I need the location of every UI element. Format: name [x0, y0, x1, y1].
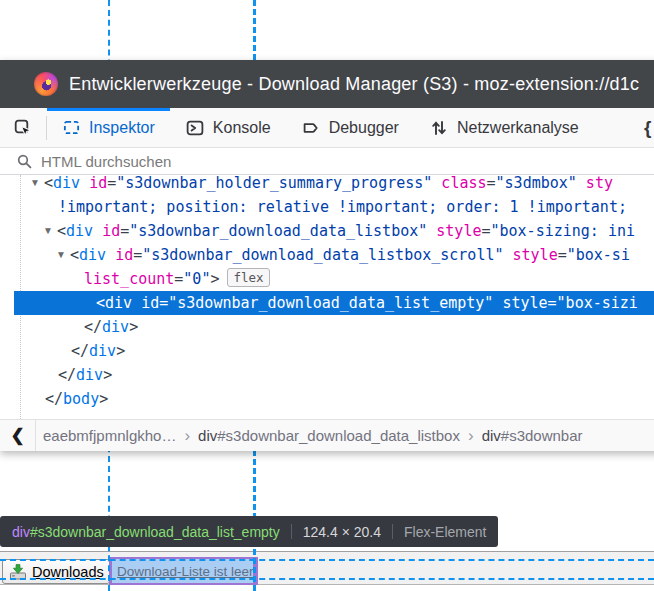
code-token: </: [71, 342, 89, 360]
code-token: body: [63, 390, 99, 408]
code-token: [432, 175, 441, 192]
code-token: =: [548, 294, 557, 312]
code-token: >: [210, 270, 219, 288]
code-token: [503, 246, 512, 264]
code-token: "0": [183, 270, 210, 288]
code-token: !important; position: relative !importan…: [58, 198, 627, 216]
expand-arrow-icon[interactable]: ▼: [30, 175, 40, 195]
breadcrumb-back-button[interactable]: ❮: [0, 420, 36, 451]
code-token: "s3dmbox": [496, 175, 577, 192]
expand-arrow-icon[interactable]: ▼: [56, 243, 66, 267]
markup-row[interactable]: ▼<div id="s3downbar_holder_summary_progr…: [0, 175, 654, 195]
tab-konsole[interactable]: Konsole: [170, 108, 286, 147]
markup-row-selected[interactable]: <div id="s3downbar_download_data_list_em…: [0, 291, 654, 315]
markup-code: <div id="s3downbar_download_data_listbox…: [57, 219, 635, 243]
code-token: sty: [586, 175, 613, 192]
inspector-icon: [62, 118, 81, 137]
infobar-dimensions: 124.4 × 20.4: [303, 524, 381, 540]
code-token: class: [441, 175, 486, 192]
active-tab-indicator: [47, 108, 170, 111]
code-token: list_count: [84, 270, 174, 288]
node-picker-button[interactable]: [0, 108, 46, 147]
code-token: </: [45, 390, 63, 408]
code-token: div: [89, 342, 116, 360]
breadcrumb-separator-icon: ›: [183, 426, 191, 446]
markup-row[interactable]: !important; position: relative !importan…: [0, 195, 654, 219]
flex-badge[interactable]: flex: [227, 268, 269, 287]
code-token: [577, 175, 586, 192]
markup-row[interactable]: </div>: [0, 315, 654, 339]
markup-code: </div>: [58, 363, 112, 387]
breadcrumb-bar: ❮ eaebmfjpmnlgkho…›div#s3downbar_downloa…: [0, 419, 654, 451]
markup-row[interactable]: </div>: [0, 363, 654, 387]
code-token: [106, 246, 115, 264]
devtools-titlebar[interactable]: Entwicklerwerkzeuge - Download Manager (…: [0, 60, 654, 108]
tab-debugger[interactable]: Debugger: [286, 108, 414, 147]
code-token: </: [84, 318, 102, 336]
code-token: <: [96, 294, 105, 312]
breadcrumb-separator-icon: ›: [467, 426, 475, 446]
breadcrumb-item[interactable]: div#s3downbar: [475, 427, 590, 444]
infobar-divider: [392, 524, 393, 539]
infobar-divider: [291, 524, 292, 539]
breadcrumb-id: #s3downbar_download_data_listbox: [217, 427, 460, 444]
infobar-flex-badge: Flex-Element: [404, 524, 486, 540]
code-token: style: [436, 222, 481, 240]
markup-code: </body>: [45, 387, 108, 411]
code-token: "s3downbar_download_data_list_empty": [168, 294, 493, 312]
code-token: =: [120, 222, 129, 240]
markup-code: </div>: [71, 339, 125, 363]
breadcrumb-item[interactable]: div#s3downbar_download_data_listbox: [191, 427, 467, 444]
markup-row[interactable]: </body>: [0, 387, 654, 411]
code-token: "box-sizing: ini: [490, 222, 635, 240]
markup-row[interactable]: ▼<div id="s3downbar_download_data_listbo…: [0, 219, 654, 243]
code-token: </: [58, 366, 76, 384]
breadcrumb-tag: div: [482, 427, 501, 444]
downloads-button[interactable]: Downloads: [2, 559, 110, 584]
code-token: style: [502, 294, 547, 312]
network-icon: [429, 118, 449, 138]
tab-label: Konsole: [213, 119, 271, 137]
breadcrumb-item[interactable]: eaebmfjpmnlgkho…: [36, 427, 183, 444]
devtools-toolbar: InspektorKonsoleDebuggerNetzwerkanalyse …: [0, 108, 654, 148]
code-token: =: [107, 175, 116, 192]
tab-netzwerkanalyse[interactable]: Netzwerkanalyse: [414, 108, 594, 147]
code-token: id: [115, 246, 133, 264]
download-list-empty-link[interactable]: Download-Liste ist leer: [112, 564, 254, 579]
markup-row[interactable]: </div>: [0, 339, 654, 363]
code-token: "box-sizi: [557, 294, 638, 312]
code-token: =: [133, 246, 142, 264]
code-token: [427, 222, 436, 240]
markup-row[interactable]: ▼<div id="s3downbar_download_data_listbo…: [0, 243, 654, 267]
markup-code: <div id="s3downbar_download_data_list_em…: [96, 291, 638, 315]
node-picker-icon: [13, 118, 33, 138]
breadcrumb-id: #s3downbar: [501, 427, 583, 444]
markup-code: <div id="s3downbar_holder_summary_progre…: [44, 175, 613, 195]
html-search-bar: [0, 148, 654, 175]
code-token: >: [116, 342, 125, 360]
code-token: div: [76, 366, 103, 384]
code-token: "s3downbar_holder_summary_progress": [116, 175, 432, 192]
tab-inspektor[interactable]: Inspektor: [47, 108, 170, 147]
code-token: <: [70, 246, 79, 264]
code-token: =: [487, 175, 496, 192]
code-token: div: [53, 175, 80, 192]
code-token: "s3downbar_download_data_listbox": [129, 222, 427, 240]
breadcrumb: eaebmfjpmnlgkho…›div#s3downbar_download_…: [36, 426, 590, 446]
tabstrip: InspektorKonsoleDebuggerNetzwerkanalyse: [47, 108, 594, 147]
infobar-tag: div: [12, 524, 30, 540]
style-editor-tab-partial[interactable]: {: [644, 108, 651, 147]
markup-row[interactable]: list_count="0">flex: [0, 267, 654, 291]
expand-arrow-icon[interactable]: ▼: [43, 219, 53, 243]
tab-label: Inspektor: [89, 119, 155, 137]
breadcrumb-id: eaebmfjpmnlgkho…: [43, 427, 176, 444]
code-token: >: [99, 390, 108, 408]
firefox-logo-icon: [34, 72, 58, 96]
code-token: div: [66, 222, 93, 240]
infobar-id: #s3downbar_download_data_list_empty: [30, 524, 280, 540]
code-token: id: [102, 222, 120, 240]
search-input[interactable]: [41, 153, 654, 170]
markup-code: <div id="s3downbar_download_data_listbox…: [70, 243, 630, 267]
code-token: =: [558, 246, 567, 264]
debugger-icon: [301, 118, 321, 138]
